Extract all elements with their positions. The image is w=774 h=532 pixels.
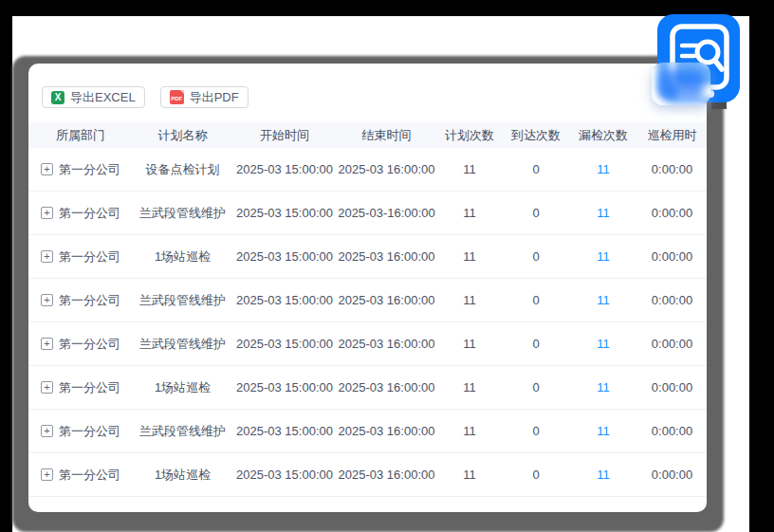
end-time: 2025-03-16:00:00: [337, 192, 436, 235]
end-time: 2025-03 16:00:00: [337, 366, 436, 410]
inspection-duration: 0:00:00: [637, 453, 707, 497]
planned-count: 11: [436, 279, 503, 322]
expand-row-icon[interactable]: +: [41, 207, 53, 219]
end-time: 2025-03 16:00:00: [337, 322, 436, 366]
export-pdf-button[interactable]: PDF 导出PDF: [160, 86, 249, 108]
plan-name: 1场站巡检: [133, 235, 232, 279]
table-row: +第一分公司兰武段管线维护2025-03 15:00:002025-03-16:…: [28, 192, 707, 235]
department-cell: +第一分公司: [28, 235, 133, 279]
missed-count[interactable]: 11: [569, 235, 637, 279]
arrived-count: 0: [503, 192, 569, 235]
missed-count[interactable]: 11: [569, 148, 637, 192]
department-cell: +第一分公司: [28, 148, 133, 192]
plan-name: 设备点检计划: [133, 148, 232, 192]
expand-row-icon[interactable]: +: [41, 425, 53, 437]
plan-name: 兰武段管线维护: [133, 322, 232, 366]
planned-count: 11: [436, 148, 503, 192]
report-modal: X 导出EXCEL PDF 导出PDF 所属部门计划名称开始时间结束时间计划次数…: [28, 64, 707, 512]
column-header: 计划次数: [436, 122, 503, 148]
planned-count: 11: [436, 366, 503, 410]
pdf-file-icon: PDF: [170, 90, 184, 104]
inspection-duration: 0:00:00: [637, 322, 707, 366]
missed-count[interactable]: 11: [569, 322, 637, 366]
missed-count[interactable]: 11: [569, 453, 637, 497]
table-row: +第一分公司1场站巡检2025-03 15:00:002025-03 16:00…: [28, 235, 707, 279]
inspection-duration: 0:00:00: [637, 410, 707, 453]
start-time: 2025-03 15:00:00: [232, 192, 337, 235]
plan-name: 兰武段管线维护: [133, 279, 232, 322]
department-cell: +第一分公司: [28, 366, 133, 410]
expand-row-icon[interactable]: +: [41, 294, 53, 306]
end-time: 2025-03 16:00:00: [337, 279, 436, 322]
inspection-plan-table: 所属部门计划名称开始时间结束时间计划次数到达次数漏检次数巡检用时 +第一分公司设…: [28, 122, 707, 497]
inspection-duration: 0:00:00: [637, 279, 707, 322]
start-time: 2025-03 15:00:00: [232, 322, 337, 366]
department-cell: +第一分公司: [28, 453, 133, 497]
planned-count: 11: [436, 192, 503, 235]
department-name: 第一分公司: [59, 248, 120, 266]
table-row: +第一分公司兰武段管线维护2025-03 15:00:002025-03 16:…: [28, 322, 707, 366]
column-header: 开始时间: [232, 122, 337, 148]
expand-row-icon[interactable]: +: [41, 250, 53, 263]
planned-count: 11: [436, 322, 503, 366]
department-cell: +第一分公司: [28, 279, 133, 322]
end-time: 2025-03 16:00:00: [337, 453, 436, 497]
start-time: 2025-03 15:00:00: [232, 279, 337, 322]
arrived-count: 0: [503, 322, 569, 366]
department-name: 第一分公司: [59, 423, 120, 440]
department-name: 第一分公司: [59, 379, 120, 396]
export-excel-button[interactable]: X 导出EXCEL: [42, 86, 145, 108]
glass-overlay-core: [659, 70, 704, 99]
department-name: 第一分公司: [59, 467, 120, 484]
column-header: 漏检次数: [569, 122, 637, 148]
excel-file-icon: X: [51, 91, 64, 104]
department-name: 第一分公司: [59, 292, 120, 309]
planned-count: 11: [436, 453, 503, 497]
inspection-duration: 0:00:00: [637, 235, 707, 279]
start-time: 2025-03 15:00:00: [232, 453, 337, 497]
glass-overlay: [652, 63, 710, 105]
end-time: 2025-03 16:00:00: [337, 410, 436, 453]
inspection-duration: 0:00:00: [637, 148, 707, 192]
table-row: +第一分公司设备点检计划2025-03 15:00:002025-03 16:0…: [28, 148, 707, 192]
start-time: 2025-03 15:00:00: [232, 410, 337, 453]
table-row: +第一分公司兰武段管线维护2025-03 15:00:002025-03 16:…: [28, 279, 707, 322]
arrived-count: 0: [503, 453, 569, 497]
expand-row-icon[interactable]: +: [41, 338, 53, 350]
inspection-duration: 0:00:00: [637, 366, 707, 410]
end-time: 2025-03 16:00:00: [337, 235, 436, 279]
department-cell: +第一分公司: [28, 410, 133, 453]
start-time: 2025-03 15:00:00: [232, 148, 337, 192]
column-header: 结束时间: [337, 122, 436, 148]
column-header: 巡检用时: [637, 122, 707, 148]
missed-count[interactable]: 11: [569, 192, 637, 235]
plan-name: 兰武段管线维护: [133, 410, 232, 453]
missed-count[interactable]: 11: [569, 410, 637, 453]
department-name: 第一分公司: [59, 161, 120, 178]
table-row: +第一分公司兰武段管线维护2025-03 15:00:002025-03 16:…: [28, 410, 707, 453]
table-row: +第一分公司1场站巡检2025-03 15:00:002025-03 16:00…: [28, 453, 707, 497]
export-pdf-label: 导出PDF: [190, 89, 239, 106]
expand-row-icon[interactable]: +: [41, 468, 53, 481]
department-name: 第一分公司: [59, 205, 120, 222]
column-header: 所属部门: [28, 122, 133, 148]
arrived-count: 0: [503, 366, 569, 410]
department-cell: +第一分公司: [28, 322, 133, 366]
missed-count[interactable]: 11: [569, 366, 637, 410]
table-row: +第一分公司1场站巡检2025-03 15:00:002025-03 16:00…: [28, 366, 707, 410]
corner-chip: [711, 101, 727, 109]
missed-count[interactable]: 11: [569, 279, 637, 322]
plan-name: 1场站巡检: [133, 366, 232, 410]
inspection-duration: 0:00:00: [637, 192, 707, 235]
arrived-count: 0: [503, 410, 569, 453]
column-header: 到达次数: [503, 122, 569, 148]
arrived-count: 0: [503, 279, 569, 322]
planned-count: 11: [436, 410, 503, 453]
column-header: 计划名称: [133, 122, 232, 148]
arrived-count: 0: [503, 235, 569, 279]
plan-name: 兰武段管线维护: [133, 192, 232, 235]
planned-count: 11: [436, 235, 503, 279]
export-toolbar: X 导出EXCEL PDF 导出PDF: [42, 86, 249, 108]
expand-row-icon[interactable]: +: [41, 163, 53, 175]
expand-row-icon[interactable]: +: [41, 381, 53, 394]
